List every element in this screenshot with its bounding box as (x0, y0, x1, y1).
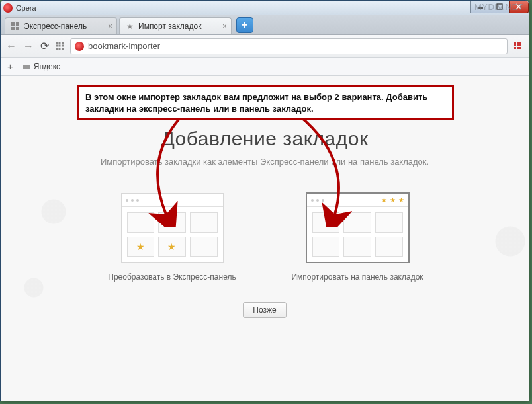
svg-rect-12 (59, 44, 61, 46)
forward-button[interactable]: → (23, 40, 34, 52)
back-button[interactable]: ← (6, 40, 17, 52)
star-icon: ★ (125, 22, 134, 31)
opera-icon (3, 3, 13, 13)
option-thumbnail: ★ ★ ★ (306, 193, 409, 263)
tab-label: Экспресс-панель (24, 22, 87, 31)
option-label: Преобразовать в Экспресс-панель (108, 272, 236, 282)
option-bookmarks-bar[interactable]: ★ ★ ★ Импортировать на панель закладок (291, 193, 423, 282)
star-icon: ★ (390, 196, 396, 204)
bookmark-item-yandex[interactable]: Яндекс (22, 62, 60, 71)
option-label: Импортировать на панель закладок (291, 272, 423, 282)
star-icon: ★ (398, 196, 404, 204)
extensions-button[interactable] (514, 42, 523, 51)
speed-dial-button[interactable] (56, 40, 64, 52)
import-options: ★ ★ Преобразовать в Экспресс-панель ★ ★ … (1, 193, 529, 282)
window-titlebar[interactable]: Opera (1, 1, 529, 15)
svg-rect-15 (59, 48, 61, 50)
star-icon: ★ (136, 241, 145, 252)
later-button[interactable]: Позже (243, 302, 286, 318)
grid-icon (11, 22, 20, 31)
tab-strip: Экспресс-панель × ★ Импорт закладок × + (1, 15, 529, 35)
svg-rect-9 (59, 42, 61, 44)
tab-speed-dial[interactable]: Экспресс-панель × (5, 17, 117, 34)
svg-rect-14 (56, 48, 58, 50)
star-icon: ★ (381, 196, 387, 204)
option-speed-dial[interactable]: ★ ★ Преобразовать в Экспресс-панель (106, 193, 238, 282)
tab-bookmarks-import[interactable]: ★ Импорт закладок × (119, 17, 232, 34)
page-heading: Добавление закладок (1, 128, 529, 150)
address-bar: ← → ⟳ bookmark-importer (1, 35, 529, 58)
svg-rect-6 (11, 27, 15, 30)
bookmark-label: Яндекс (34, 62, 60, 71)
svg-rect-4 (11, 22, 15, 26)
svg-rect-10 (62, 42, 64, 44)
annotation-box: В этом окне импортер закладок вам предло… (77, 85, 454, 120)
svg-rect-16 (62, 48, 64, 50)
svg-rect-5 (16, 22, 19, 26)
tab-close-icon[interactable]: × (108, 22, 112, 31)
add-bookmark-button[interactable]: + (7, 61, 13, 72)
reload-button[interactable]: ⟳ (40, 40, 49, 52)
app-title: Opera (16, 4, 36, 12)
svg-rect-13 (62, 44, 64, 46)
new-tab-button[interactable]: + (236, 17, 253, 33)
folder-icon (22, 63, 30, 71)
svg-rect-11 (56, 44, 58, 46)
page-subheading: Импортировать закладки как элементы Эксп… (1, 157, 529, 167)
watermark: MYDIV.NET (474, 2, 523, 12)
tab-close-icon[interactable]: × (222, 22, 227, 31)
url-text: bookmark-importer (88, 41, 160, 51)
option-thumbnail: ★ ★ (121, 193, 224, 263)
opera-icon (75, 42, 84, 51)
page-content: Добавление закладок Импортировать заклад… (1, 76, 529, 401)
bookmarks-bar: + Яндекс (1, 58, 529, 76)
svg-rect-8 (56, 42, 58, 44)
tab-label: Импорт закладок (138, 22, 201, 31)
url-input[interactable]: bookmark-importer (70, 38, 508, 54)
svg-rect-7 (16, 27, 19, 30)
browser-window: Opera Экспресс-панель × ★ Импорт закладо… (0, 0, 529, 401)
star-icon: ★ (167, 241, 176, 252)
